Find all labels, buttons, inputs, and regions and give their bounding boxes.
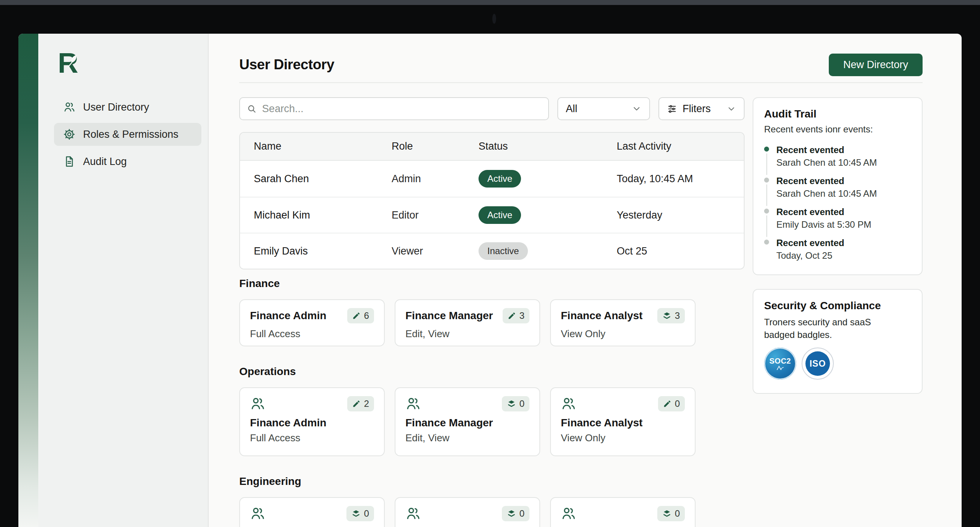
iso-badge: ISO — [802, 348, 834, 380]
audit-trail-subtitle: Recent events ionr events: — [764, 124, 911, 135]
role-card-finance-manager[interactable]: Finance Manager 3 Edit, View — [395, 299, 540, 346]
edit-count-badge: 3 — [503, 308, 529, 323]
scope-dropdown[interactable]: All — [557, 97, 650, 120]
role-card-finance-manager[interactable]: 0 Finance Manager Edit, View — [395, 387, 540, 456]
sidebar-accent-strip — [18, 34, 38, 527]
status-badge: Inactive — [479, 242, 528, 260]
search-icon — [247, 104, 257, 114]
directory-column: All Fliters Name Role Status Last Acti — [239, 97, 745, 527]
event-detail: Sarah Chen at 10:45 AM — [776, 156, 877, 169]
badge-count: 0 — [364, 508, 369, 519]
side-panels: Audit Trail Recent events ionr events: R… — [753, 97, 923, 527]
badge-count: 2 — [364, 398, 369, 409]
timeline-line — [766, 153, 767, 175]
audit-event: Recent evented Emily Davis at 5:30 PM — [764, 206, 911, 237]
pencil-icon — [663, 400, 671, 408]
role-card[interactable]: 0 — [550, 497, 696, 527]
cell-name: Michael Kim — [254, 209, 392, 221]
users-icon — [250, 396, 265, 411]
role-card-finance-admin[interactable]: 2 Finance Admin Full Access — [239, 387, 385, 456]
certification-badges: SOC2 ISO — [764, 348, 911, 380]
status-badge: Active — [479, 206, 521, 224]
soc2-badge: SOC2 — [764, 348, 796, 380]
sidebar-item-user-directory[interactable]: User Directory — [54, 96, 201, 119]
role-card-title: Finance Analyst — [561, 417, 685, 429]
section-title-operations: Operations — [239, 365, 745, 378]
role-card-access: Edit, View — [405, 432, 529, 444]
role-card-finance-analyst[interactable]: Finance Analyst 3 View Only — [550, 299, 696, 346]
event-title: Recent evented — [776, 175, 877, 187]
table-row[interactable]: Michael Kim Editor Active Yesterday — [240, 197, 744, 233]
sidebar-nav: User Directory Roles & Permissions Audit… — [38, 96, 208, 173]
timeline-line — [766, 215, 767, 237]
layers-icon — [351, 509, 361, 518]
timeline-dot — [764, 147, 769, 152]
pencil-icon — [352, 312, 361, 320]
iso-badge-label: ISO — [810, 359, 826, 369]
sliders-icon — [667, 104, 677, 114]
table-row[interactable]: Sarah Chen Admin Active Today, 10:45 AM — [240, 161, 744, 197]
column-header-last-activity: Last Activity — [617, 140, 730, 152]
role-card-access: View Only — [561, 328, 685, 340]
role-card-finance-admin[interactable]: Finance Admin 6 Full Access — [239, 299, 385, 346]
sidebar-item-label: User Directory — [83, 101, 149, 113]
sidebar-item-audit-log[interactable]: Audit Log — [54, 150, 201, 173]
badge-count: 3 — [519, 310, 524, 321]
sidebar-item-label: Audit Log — [83, 156, 127, 168]
page-header: User Directory New Directory — [239, 53, 923, 76]
layers-icon — [507, 399, 516, 408]
edit-count-badge: 0 — [658, 396, 685, 411]
event-detail: Today, Oct 25 — [776, 249, 844, 262]
filters-label: Fliters — [683, 103, 721, 115]
layers-icon — [662, 509, 671, 518]
search-input[interactable] — [262, 103, 541, 115]
audit-trail-panel: Audit Trail Recent events ionr events: R… — [753, 97, 923, 275]
view-count-badge: 0 — [502, 396, 529, 411]
audit-trail-title: Audit Trail — [764, 108, 911, 120]
security-compliance-panel: Security & Compliance Troners security a… — [753, 289, 923, 394]
users-icon — [63, 101, 75, 113]
soc2-badge-label: SOC2 — [769, 357, 791, 365]
users-icon — [250, 506, 265, 521]
cell-role: Viewer — [392, 245, 479, 257]
gear-icon — [63, 128, 75, 140]
filters-dropdown[interactable]: Fliters — [658, 97, 745, 120]
security-title: Security & Compliance — [764, 300, 911, 312]
edit-count-badge: 2 — [347, 396, 374, 411]
pencil-icon — [352, 400, 361, 408]
role-card-title: Finance Manager — [405, 310, 493, 322]
audit-events: Recent evented Sarah Chen at 10:45 AM Re… — [764, 144, 911, 264]
role-card-title: Finance Admin — [250, 310, 327, 322]
role-card-finance-analyst[interactable]: 0 Finance Analyst View Only — [550, 387, 696, 456]
users-icon — [561, 506, 576, 521]
sidebar-item-roles-permissions[interactable]: Roles & Permissions — [54, 123, 201, 146]
badge-count: 0 — [675, 508, 680, 519]
users-icon — [561, 396, 576, 411]
role-card[interactable]: 0 — [395, 497, 540, 527]
table-row[interactable]: Emily Davis Viewer Inactive Oct 25 — [240, 233, 744, 269]
engineering-cards: 0 0 — [239, 497, 745, 527]
user-table: Name Role Status Last Activity Sarah Che… — [239, 132, 745, 269]
column-header-role: Role — [392, 140, 479, 152]
device-bezel-edge — [0, 0, 980, 5]
edit-count-badge: 6 — [347, 308, 374, 323]
view-count-badge: 3 — [657, 308, 685, 323]
timeline-line — [766, 184, 767, 206]
role-card-title: Finance Analyst — [561, 310, 643, 322]
new-directory-button[interactable]: New Directory — [829, 54, 923, 76]
role-card-access: Edit, View — [405, 328, 529, 340]
cell-last-activity: Oct 25 — [617, 245, 730, 257]
toolbar: All Fliters — [239, 97, 745, 120]
role-card[interactable]: 0 — [239, 497, 385, 527]
role-card-title: Finance Manager — [405, 417, 529, 429]
app-window: R User Directory Roles & Permissions Aud… — [18, 34, 962, 527]
cell-last-activity: Yesterday — [617, 209, 730, 221]
cell-last-activity: Today, 10:45 AM — [617, 173, 730, 185]
operations-cards: 2 Finance Admin Full Access 0 — [239, 387, 745, 456]
role-card-title: Finance Admin — [250, 417, 374, 429]
brand-logo: R — [58, 51, 82, 77]
cell-name: Sarah Chen — [254, 173, 392, 185]
status-badge: Active — [479, 170, 521, 188]
chevron-down-icon — [632, 104, 642, 114]
audit-event: Recent evented Today, Oct 25 — [764, 237, 911, 264]
